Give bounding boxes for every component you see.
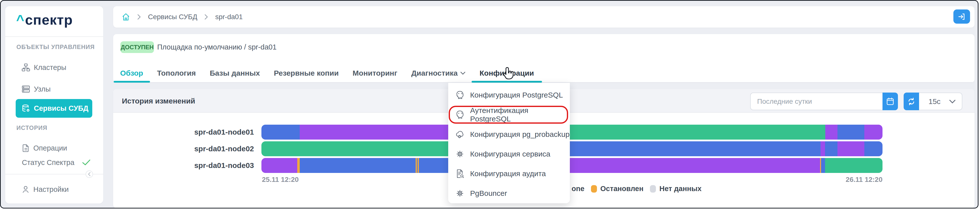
chevron-down-icon xyxy=(949,99,956,104)
gear-icon xyxy=(455,188,465,199)
db-services-icon xyxy=(21,104,30,113)
tab-bar: Обзор Топология Базы данных Резервные ко… xyxy=(113,64,975,83)
timeline-segment-purple xyxy=(837,141,864,156)
refresh-interval-select[interactable]: 15с xyxy=(919,92,963,110)
calendar-icon xyxy=(886,97,894,106)
timeline-segment-blue xyxy=(864,141,883,156)
timeline-row-bar xyxy=(261,141,883,156)
sidebar-item-label: Сервисы СУБД xyxy=(34,104,89,113)
logo-caret-icon: ^ xyxy=(16,12,25,28)
login-arrow-icon xyxy=(958,13,966,21)
calendar-button[interactable] xyxy=(883,92,898,110)
menu-item-audit-config[interactable]: Конфигурация аудита xyxy=(448,164,570,183)
timeline-segment-orange xyxy=(297,158,300,173)
refresh-button[interactable] xyxy=(904,92,919,110)
axis-end-label: 26.11 12:20 xyxy=(846,176,883,184)
tab-databases[interactable]: Базы данных xyxy=(210,64,260,82)
service-header-card: ДОСТУПЕН Площадка по-умолчанию / spr-da0… xyxy=(113,34,975,83)
sidebar-item-db-services[interactable]: Сервисы СУБД xyxy=(16,99,92,118)
timeline-segment-purple xyxy=(261,158,297,173)
tab-backups[interactable]: Резервные копии xyxy=(274,64,339,82)
timeline-segment-blue xyxy=(825,141,837,156)
hand-cursor-icon xyxy=(503,67,515,81)
legend-item-partial: one xyxy=(571,185,584,193)
sidebar-item-nodes[interactable]: Узлы xyxy=(16,82,98,96)
sidebar-item-label: Настройки xyxy=(33,185,68,194)
app-window: ^спектр ОБЪЕКТЫ УПРАВЛЕНИЯ Кластеры Узлы xyxy=(0,0,978,208)
breadcrumb-db-services[interactable]: Сервисы СУБД xyxy=(148,13,197,21)
timeline-row-label: spr-da01-node02 xyxy=(113,141,254,156)
timeline-segment-purple xyxy=(864,125,883,140)
doc-search-icon xyxy=(455,169,465,179)
logout-button[interactable] xyxy=(953,10,970,24)
postgresql-icon xyxy=(455,90,465,100)
timeline-segment-blue xyxy=(821,158,825,173)
timeline-row-bar xyxy=(261,158,883,173)
legend-item-stopped: Остановлен xyxy=(591,185,643,193)
axis-start-label: 25.11 12:20 xyxy=(262,176,299,184)
sidebar-item-settings[interactable]: Настройки xyxy=(16,182,98,196)
sidebar-item-label: Статус Спектра xyxy=(22,159,74,167)
legend-swatch-orange xyxy=(591,185,597,192)
legend-swatch-gray xyxy=(650,185,656,192)
chevron-left-icon xyxy=(88,172,91,177)
gear-icon xyxy=(455,149,465,159)
timeline-segment-blue xyxy=(837,125,864,140)
sidebar-item-label: Кластеры xyxy=(34,64,67,72)
timeline-row-label: spr-da01-node01 xyxy=(113,125,254,140)
timeline-segment-blue xyxy=(300,158,416,173)
sidebar-section-objects: ОБЪЕКТЫ УПРАВЛЕНИЯ xyxy=(16,43,95,51)
menu-item-postgresql-auth[interactable]: Аутентификация PostgreSQL xyxy=(448,105,570,124)
timeline-segment-green xyxy=(825,158,883,173)
chevron-down-icon xyxy=(460,72,466,75)
cloud-gear-icon xyxy=(455,129,465,140)
clusters-icon xyxy=(21,63,30,72)
chart-legend: one Остановлен Нет данных xyxy=(571,185,702,193)
breadcrumb-bar: Сервисы СУБД spr-da01 xyxy=(113,6,975,28)
timeline-segment-purple xyxy=(825,125,837,140)
timeline-row-bar xyxy=(261,125,883,140)
check-icon xyxy=(82,159,91,166)
sidebar-collapse-button[interactable] xyxy=(86,170,93,178)
tab-overview[interactable]: Обзор xyxy=(120,64,143,82)
refresh-icon xyxy=(907,97,916,106)
sidebar-section-history: ИСТОРИЯ xyxy=(16,124,47,131)
timeline-segment-blue xyxy=(261,125,300,140)
active-tab-underline xyxy=(114,81,150,83)
time-range-input[interactable] xyxy=(750,92,883,110)
menu-item-pgbouncer[interactable]: PgBouncer xyxy=(448,183,570,203)
chevron-right-icon xyxy=(204,14,208,20)
menu-item-postgresql-config[interactable]: Конфигурация PostgreSQL xyxy=(448,85,570,105)
breadcrumb: Сервисы СУБД spr-da01 xyxy=(122,6,243,28)
hovered-tab-underline xyxy=(472,81,542,83)
tab-diagnostics[interactable]: Диагностика xyxy=(411,64,466,82)
logo-text: спектр xyxy=(25,12,73,28)
sidebar-item-clusters[interactable]: Кластеры xyxy=(16,60,98,75)
app-logo: ^спектр xyxy=(16,12,73,28)
user-settings-icon xyxy=(21,185,30,194)
tab-topology[interactable]: Топология xyxy=(157,64,196,82)
chevron-right-icon xyxy=(137,14,141,20)
breadcrumb-current: spr-da01 xyxy=(215,13,243,21)
sidebar-item-operations[interactable]: Операции xyxy=(16,141,98,155)
nodes-icon xyxy=(21,84,30,94)
sidebar-item-label: Операции xyxy=(33,144,67,152)
page-title: Площадка по-умолчанию / spr-da01 xyxy=(157,41,277,53)
menu-item-pg-probackup-config[interactable]: Конфигурация pg_probackup xyxy=(448,124,570,144)
timeline-segment-purple xyxy=(821,141,825,156)
home-icon[interactable] xyxy=(122,13,130,21)
status-badge: ДОСТУПЕН xyxy=(120,41,154,53)
refresh-interval-value: 15с xyxy=(929,97,949,106)
sidebar-item-label: Узлы xyxy=(34,85,51,93)
legend-item-no-data: Нет данных xyxy=(650,185,702,193)
postgresql-icon xyxy=(455,110,465,120)
operations-icon xyxy=(21,143,30,153)
configurations-dropdown-menu: Конфигурация PostgreSQL Аутентификация P… xyxy=(448,83,570,203)
timeline-row-label: spr-da01-node03 xyxy=(113,158,254,173)
panel-title: История изменений xyxy=(122,89,195,113)
divider xyxy=(5,36,103,37)
sidebar-item-spektr-status[interactable]: Статус Спектра xyxy=(16,156,98,169)
tab-monitoring[interactable]: Мониторинг xyxy=(353,64,398,82)
sidebar: ^спектр ОБЪЕКТЫ УПРАВЛЕНИЯ Кластеры Узлы xyxy=(5,6,103,204)
menu-item-service-config[interactable]: Конфигурация сервиса xyxy=(448,144,570,164)
